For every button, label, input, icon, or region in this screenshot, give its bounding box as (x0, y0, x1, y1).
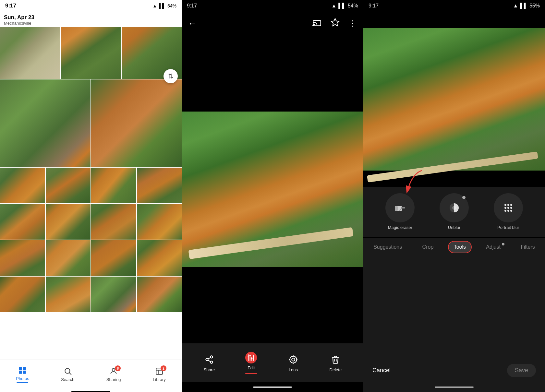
adjust-tab-label: Adjust (486, 244, 500, 250)
edit-image-area (363, 12, 545, 187)
grid-cell-5-2[interactable] (46, 240, 91, 276)
photos-icon (18, 366, 27, 375)
favorite-icon[interactable] (331, 18, 340, 29)
svg-point-45 (507, 210, 509, 212)
svg-point-46 (510, 210, 512, 212)
grid-cell-4-2[interactable] (46, 204, 91, 240)
delete-label: Delete (330, 367, 342, 372)
crop-tab-label: Crop (422, 244, 434, 250)
panel-edit: 9:17 ▲ ▌▌ 55% (363, 0, 545, 392)
stick-overlay (188, 227, 354, 259)
photos-location: Mechanicsville (4, 21, 178, 26)
signal-icon-3: ▌▌ (520, 3, 527, 9)
grid-cell-3-3[interactable] (91, 168, 136, 203)
grid-cell-4-4[interactable] (137, 204, 182, 240)
tab-adjust[interactable]: Adjust (481, 242, 505, 253)
status-bar-1: 9:17 ▲ ▌▌ 54% (0, 0, 182, 12)
wifi-icon-3: ▲ (513, 3, 518, 9)
grid-cell-3-4[interactable] (137, 168, 182, 203)
grid-cell-5-4[interactable] (137, 240, 182, 276)
edit-item[interactable]: Edit (245, 352, 257, 374)
svg-point-15 (210, 361, 212, 363)
edit-icon (245, 352, 257, 363)
main-photo[interactable] (182, 112, 363, 267)
svg-rect-34 (395, 206, 398, 211)
cancel-button[interactable]: Cancel (372, 367, 391, 374)
svg-point-43 (510, 207, 512, 209)
viewer-home-indicator (253, 386, 292, 388)
svg-line-5 (69, 373, 71, 375)
nav-item-library[interactable]: 2 Library (153, 367, 166, 382)
magic-eraser-tool[interactable]: Magic eraser (385, 193, 415, 230)
more-icon[interactable]: ⋮ (349, 19, 357, 28)
grid-cell-3-1[interactable] (0, 168, 45, 203)
scroll-fab[interactable]: ⇅ (164, 69, 178, 83)
grid-cell-6-1[interactable] (0, 277, 45, 312)
tools-tab-label: Tools (454, 244, 466, 250)
status-bar-3: 9:17 ▲ ▌▌ 55% (363, 0, 545, 12)
edit-photo[interactable] (363, 28, 545, 171)
grid-row-6 (0, 277, 182, 312)
grid-row-2 (0, 79, 182, 167)
grid-cell-5-1[interactable] (0, 240, 45, 276)
grid-cell-4-1[interactable] (0, 204, 45, 240)
adjust-dot (502, 243, 504, 245)
svg-point-40 (510, 204, 512, 206)
grid-cell-5-3[interactable] (91, 240, 136, 276)
signal-icon-2: ▌▌ (338, 3, 346, 9)
viewer-toolbar-right: ⋮ (312, 18, 357, 29)
lens-icon (287, 354, 299, 365)
edit-tools-section: Magic eraser Unblur (363, 187, 545, 237)
svg-point-37 (452, 206, 456, 210)
grid-cell-1-1[interactable] (0, 27, 60, 79)
back-button[interactable]: ← (188, 18, 197, 29)
unblur-icon (440, 193, 469, 222)
tab-filters[interactable]: Filters (515, 242, 540, 253)
svg-rect-2 (19, 371, 22, 374)
suggestions-tab-label: Suggestions (373, 244, 402, 250)
tab-tools[interactable]: Tools (449, 242, 471, 253)
nav-item-sharing[interactable]: 8 Sharing (106, 367, 121, 382)
magic-eraser-label: Magic eraser (388, 225, 412, 230)
svg-point-44 (504, 210, 506, 212)
grid-cell-1-2[interactable] (61, 27, 121, 79)
wifi-icon-1: ▲ (152, 3, 157, 8)
unblur-dot (462, 196, 466, 199)
library-icon: 2 (155, 367, 164, 376)
delete-icon (330, 354, 341, 365)
save-button[interactable]: Save (507, 364, 536, 377)
lens-item[interactable]: Lens (287, 354, 299, 372)
photos-date: Sun, Apr 23 (4, 14, 178, 21)
tab-suggestions[interactable]: Suggestions (368, 242, 407, 253)
grid-cell-6-2[interactable] (46, 277, 91, 312)
status-icons-1: ▲ ▌▌ 54% (152, 3, 176, 8)
photos-label: Photos (16, 376, 29, 381)
grid-cell-6-3[interactable] (91, 277, 136, 312)
time-2: 9:17 (187, 3, 197, 9)
svg-rect-3 (23, 371, 26, 374)
share-item[interactable]: Share (203, 354, 215, 372)
share-icon (203, 354, 215, 365)
svg-point-27 (292, 358, 295, 361)
viewer-toolbar: ← ⋮ (182, 12, 363, 35)
status-icons-3: ▲ ▌▌ 55% (513, 3, 540, 9)
wifi-icon-2: ▲ (331, 3, 336, 9)
portrait-blur-tool[interactable]: Portrait blur (494, 193, 523, 230)
grid-cell-2-1[interactable] (0, 79, 91, 167)
grid-cell-3-2[interactable] (46, 168, 91, 203)
battery-icon-1: 54% (167, 3, 176, 8)
status-bar-2: 9:17 ▲ ▌▌ 54% (182, 0, 363, 12)
unblur-tool[interactable]: Unblur (440, 193, 469, 230)
cast-icon[interactable] (312, 18, 321, 29)
nav-home-indicator-1 (71, 391, 110, 392)
viewer-image-area (182, 35, 363, 343)
grid-cell-6-4[interactable] (137, 277, 182, 312)
grid-cell-4-3[interactable] (91, 204, 136, 240)
grid-cell-2-2[interactable] (91, 79, 182, 167)
tab-crop[interactable]: Crop (417, 242, 439, 253)
nav-item-search[interactable]: Search (61, 367, 74, 382)
delete-item[interactable]: Delete (330, 354, 342, 372)
photos-active-line (17, 382, 28, 383)
nav-item-photos[interactable]: Photos (16, 366, 29, 383)
edit-tabs: Suggestions Crop Tools Adjust Filters (363, 238, 545, 256)
